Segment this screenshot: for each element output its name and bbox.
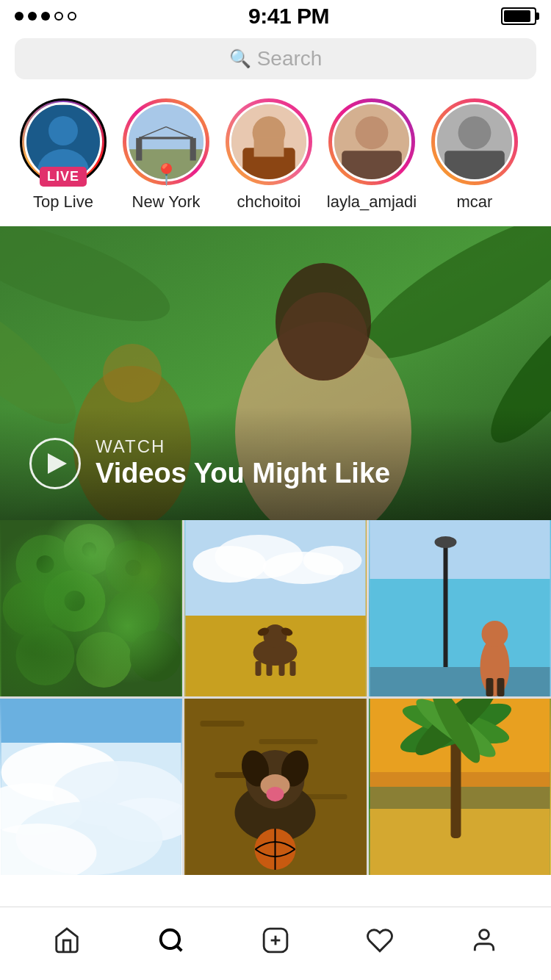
story-item-mcar[interactable]: mcar [423, 98, 526, 212]
home-icon [53, 926, 81, 954]
status-time: 9:41 PM [248, 4, 329, 29]
signal-dot-1 [15, 12, 24, 21]
svg-point-29 [276, 263, 371, 381]
svg-rect-63 [444, 542, 448, 667]
watch-label: WATCH [96, 436, 390, 457]
story-label-chchoitoi: chchoitoi [237, 192, 301, 212]
search-bar-container: 🔍 Search [0, 32, 551, 91]
story-avatar-wrap-chchoitoi [226, 98, 312, 185]
svg-point-38 [76, 632, 132, 688]
svg-point-88 [267, 787, 284, 801]
search-bar[interactable]: 🔍 Search [15, 38, 536, 79]
svg-point-18 [458, 116, 491, 149]
search-placeholder: Search [257, 47, 323, 71]
signal-dot-2 [28, 12, 37, 21]
status-bar: 9:41 PM [0, 0, 551, 32]
signal-dot-5 [68, 12, 76, 21]
svg-point-64 [435, 536, 457, 548]
search-icon: 🔍 [229, 48, 251, 69]
nav-search[interactable] [142, 915, 201, 966]
story-label-mcar: mcar [457, 192, 493, 212]
story-item-top-live[interactable]: LIVE Top Live [12, 98, 115, 212]
story-item-new-york[interactable]: 📍 New York [115, 98, 217, 212]
svg-rect-19 [444, 151, 505, 179]
svg-point-32 [64, 524, 115, 575]
story-label-layla: layla_amjadi [327, 192, 417, 212]
nav-activity[interactable] [350, 915, 409, 966]
svg-rect-62 [370, 667, 550, 696]
watch-section[interactable]: WATCH Videos You Might Like [0, 226, 551, 520]
signal-dots [15, 12, 76, 21]
story-label-new-york: New York [132, 192, 201, 212]
story-item-layla-amjadi[interactable]: layla_amjadi [320, 98, 423, 212]
svg-point-40 [37, 555, 54, 573]
svg-rect-13 [254, 138, 284, 157]
story-label-top-live: Top Live [33, 192, 93, 212]
svg-rect-30 [1, 520, 181, 696]
story-avatar-wrap-mcar [431, 98, 518, 185]
play-button[interactable] [29, 438, 81, 489]
svg-point-52 [264, 624, 287, 648]
svg-point-15 [356, 116, 389, 149]
story-avatar-wrap-top-live: LIVE [20, 98, 107, 185]
story-avatar-wrap-new-york: 📍 [123, 98, 209, 185]
svg-point-43 [65, 591, 85, 611]
grid-cell-4[interactable] [0, 699, 182, 875]
nav-profile[interactable] [455, 915, 514, 966]
story-avatar-layla [332, 102, 411, 181]
svg-point-1 [48, 116, 78, 145]
story-avatar-chchoitoi [229, 102, 309, 181]
add-icon [262, 926, 289, 954]
grid-cell-6[interactable] [369, 699, 551, 875]
bottom-nav [0, 907, 551, 980]
nav-home[interactable] [37, 915, 96, 966]
story-ring-chchoitoi [226, 98, 312, 185]
svg-rect-68 [497, 678, 505, 696]
battery-fill [504, 10, 530, 22]
svg-point-36 [107, 589, 160, 642]
svg-point-26 [103, 344, 162, 403]
live-badge: LIVE [40, 167, 87, 187]
svg-line-102 [176, 945, 181, 951]
svg-rect-67 [486, 678, 494, 696]
nav-add[interactable] [246, 915, 305, 966]
svg-point-37 [16, 627, 75, 685]
search-nav-icon [157, 926, 185, 954]
story-ring-layla [328, 98, 415, 185]
signal-dot-3 [41, 12, 50, 21]
grid-cell-2[interactable] [184, 520, 367, 696]
svg-point-66 [482, 621, 508, 647]
watch-cta[interactable]: WATCH Videos You Might Like [29, 436, 522, 491]
grid-cell-5[interactable] [184, 699, 367, 875]
watch-title: Videos You Might Like [96, 457, 390, 491]
story-ring-mcar [431, 98, 518, 185]
grid-cell-3[interactable] [369, 520, 551, 696]
svg-rect-56 [267, 661, 273, 676]
svg-point-31 [16, 535, 75, 594]
signal-dot-4 [54, 12, 63, 21]
user-icon [470, 926, 498, 954]
svg-rect-6 [190, 138, 196, 161]
svg-rect-58 [290, 661, 296, 676]
svg-rect-16 [342, 151, 402, 179]
location-badge: 📍 [154, 162, 179, 187]
svg-rect-57 [279, 661, 285, 676]
svg-rect-80 [259, 739, 318, 744]
grid-cell-1[interactable] [0, 520, 182, 696]
svg-rect-5 [136, 138, 142, 161]
story-avatar-mcar [435, 102, 514, 181]
heart-icon [366, 926, 394, 954]
svg-point-34 [3, 580, 59, 636]
story-item-chchoitoi[interactable]: chchoitoi [217, 98, 320, 212]
svg-rect-79 [201, 721, 245, 727]
battery-icon [501, 7, 536, 25]
grid-section [0, 520, 551, 875]
svg-rect-55 [256, 661, 262, 676]
watch-text: WATCH Videos You Might Like [96, 436, 390, 491]
svg-point-33 [106, 540, 162, 596]
svg-point-106 [480, 929, 489, 939]
svg-rect-60 [370, 520, 550, 579]
svg-point-41 [82, 542, 97, 557]
story-avatar-wrap-layla [328, 98, 415, 185]
svg-point-101 [161, 929, 179, 948]
